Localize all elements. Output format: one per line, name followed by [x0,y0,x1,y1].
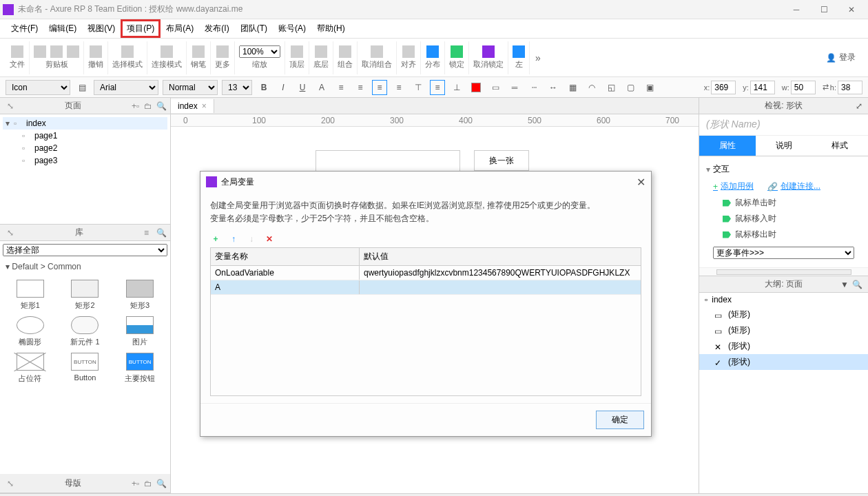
outline-item[interactable]: ▭(矩形) [699,307,868,322]
toolbar-overflow-icon[interactable]: » [533,50,544,66]
w-input[interactable] [791,81,816,94]
add-page-icon[interactable]: +▫ [132,101,141,111]
toolbar-icon[interactable] [90,45,102,58]
shape-name-input[interactable]: (形状 Name) [699,114,868,136]
variable-row[interactable]: OnLoadVariableqwertyuiopasdfghjklzxcvbnm… [211,266,641,280]
add-case-link[interactable]: +添加用例 [713,180,754,192]
toolbar-icon[interactable] [402,45,415,58]
bold-button[interactable]: B [256,80,271,95]
toolbar-icon[interactable] [121,45,134,58]
collapse-icon[interactable]: ⤡ [7,101,17,111]
h-input[interactable] [838,81,862,94]
shape-图片[interactable]: 图片 [115,316,165,347]
delete-variable-button[interactable]: ✕ [264,234,275,245]
style-select[interactable]: Icon [6,80,70,95]
toolbar-icon[interactable] [513,45,525,58]
page-tree-root[interactable]: ▾▫index [3,117,167,130]
canvas-button[interactable]: 换一张 [474,150,529,171]
text-color-button[interactable]: A [314,80,329,95]
shape-矩形1[interactable]: 矩形1 [6,280,55,311]
border-visibility-button[interactable]: ▦ [565,80,580,95]
outline-root[interactable]: ▫index [699,293,868,307]
lock-aspect-icon[interactable]: ⇄ [823,83,829,92]
menu-团队(T)[interactable]: 团队(T) [235,20,273,37]
shape-Button[interactable]: BUTTONButton [61,353,110,384]
prop-tab-属性[interactable]: 属性 [699,136,756,156]
toolbar-icon[interactable] [11,45,23,58]
menu-帮助(H)[interactable]: 帮助(H) [311,20,351,37]
search-icon[interactable]: 🔍 [156,228,166,238]
shape-矩形2[interactable]: 矩形2 [61,280,110,311]
page-tree-item[interactable]: ▫page1 [3,130,167,142]
variable-row[interactable]: A [211,280,641,295]
prop-tab-样式[interactable]: 样式 [812,136,868,156]
collapse-icon[interactable]: ⤢ [856,101,862,111]
menu-发布(I)[interactable]: 发布(I) [199,20,234,37]
prop-tab-说明[interactable]: 说明 [756,136,812,156]
shape-椭圆形[interactable]: 椭圆形 [6,316,55,347]
library-select[interactable]: 选择全部 [3,244,167,256]
zoom-select[interactable]: 100% [239,45,280,58]
outline-item[interactable]: ✕(形状) [699,338,868,354]
toolbar-icon[interactable] [161,45,173,58]
toolbar-icon[interactable] [482,45,495,58]
bullets-button[interactable]: ≡ [333,80,349,95]
event-item[interactable]: 鼠标移入时 [706,211,861,227]
ok-button[interactable]: 确定 [596,411,644,429]
move-up-button[interactable]: ↑ [228,234,239,245]
move-down-button[interactable]: ↓ [246,234,257,245]
x-input[interactable] [711,81,736,94]
menu-文件(F)[interactable]: 文件(F) [6,20,43,37]
add-folder-icon[interactable]: 🗀 [144,101,154,111]
toolbar-icon[interactable] [371,45,383,58]
font-size-select[interactable]: 13 [222,80,252,95]
toolbar-icon[interactable] [315,45,327,58]
fill-color-button[interactable] [468,80,484,95]
outline-item[interactable]: ✓(形状) [699,354,868,370]
library-menu-icon[interactable]: ≡ [144,228,154,238]
collapse-icon[interactable]: ⤡ [7,228,17,238]
font-weight-select[interactable]: Normal [163,80,218,95]
page-tree-item[interactable]: ▫page3 [3,154,167,167]
menu-布局(A)[interactable]: 布局(A) [161,20,199,37]
toolbar-icon[interactable] [291,45,303,58]
add-variable-button[interactable]: + [210,234,221,245]
line-weight-button[interactable]: ═ [507,80,522,95]
inner-shadow-button[interactable]: ▣ [642,80,657,95]
outer-shadow-button[interactable]: ▢ [623,80,638,95]
col-name-header[interactable]: 变量名称 [211,248,360,265]
underline-button[interactable]: U [295,80,310,95]
menu-账号(A)[interactable]: 账号(A) [273,20,311,37]
library-breadcrumb[interactable]: ▾ Default > Common [0,259,170,274]
corner-radius-button[interactable]: ◠ [584,80,599,95]
login-button[interactable]: 👤 登录 [819,49,862,66]
add-folder-icon[interactable]: 🗀 [144,479,154,488]
menu-项目(P)[interactable]: 项目(P) [121,19,161,38]
close-tab-icon[interactable]: × [202,101,207,111]
collapse-icon[interactable]: ⤡ [7,479,17,488]
y-input[interactable] [750,81,775,94]
menu-视图(V)[interactable]: 视图(V) [82,20,121,37]
maximize-button[interactable]: ☐ [810,1,838,18]
search-icon[interactable]: 🔍 [156,101,166,111]
toolbar-icon[interactable] [192,45,205,58]
valign-top-button[interactable]: ⊤ [411,80,426,95]
align-left-button[interactable]: ≡ [353,80,368,95]
toolbar-icon[interactable] [426,45,439,58]
add-master-icon[interactable]: +▫ [132,479,141,488]
valign-bottom-button[interactable]: ⊥ [449,80,464,95]
line-color-button[interactable]: ▭ [488,80,503,95]
toolbar-icon[interactable] [339,45,351,58]
align-right-button[interactable]: ≡ [391,80,406,95]
toolbar-icon[interactable] [67,45,79,58]
align-center-button[interactable]: ≡ [372,80,387,95]
italic-button[interactable]: I [276,80,291,95]
event-item[interactable]: 鼠标移出时 [706,227,861,242]
page-tree-item[interactable]: ▫page2 [3,142,167,154]
toolbar-icon[interactable] [50,45,63,58]
event-item[interactable]: 鼠标单击时 [706,195,861,211]
close-button[interactable]: ✕ [838,1,865,18]
col-value-header[interactable]: 默认值 [360,248,641,265]
style-manager-icon[interactable]: ▤ [74,80,90,95]
arrow-style-button[interactable]: ↔ [546,80,561,95]
